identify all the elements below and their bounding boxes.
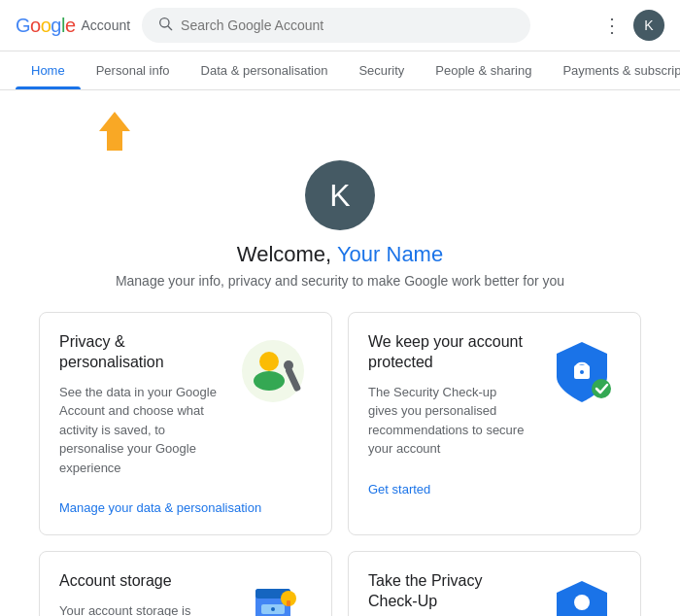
nav-item-data-personalisation[interactable]: Data & personalisation xyxy=(186,51,344,89)
nav-item-payments[interactable]: Payments & subscriptions xyxy=(547,51,680,89)
welcome-prefix: Welcome, xyxy=(237,242,337,266)
account-protected-card: We keep your account protected The Secur… xyxy=(348,312,641,535)
svg-point-3 xyxy=(242,340,304,402)
nav-item-personal-info[interactable]: Personal info xyxy=(81,51,186,89)
card-title: We keep your account protected xyxy=(368,332,527,373)
account-protected-link[interactable]: Get started xyxy=(368,482,621,496)
svg-point-5 xyxy=(254,371,285,391)
main-content: K Welcome, Your Name Manage your info, p… xyxy=(0,90,680,616)
card-content: Privacy & personalisation See the data i… xyxy=(59,332,312,493)
svg-point-16 xyxy=(271,607,275,611)
nav-item-home[interactable]: Home xyxy=(16,51,81,89)
subtitle-text: Manage your info, privacy and security t… xyxy=(116,273,564,289)
profile-avatar: K xyxy=(305,160,375,230)
privacy-personalisation-card: Privacy & personalisation See the data i… xyxy=(39,312,332,535)
search-input[interactable] xyxy=(181,17,515,33)
card-text: Take the Privacy Check-Up This step-by-s… xyxy=(368,571,543,616)
storage-icon xyxy=(234,571,312,616)
svg-point-20 xyxy=(574,595,590,610)
svg-marker-2 xyxy=(99,112,130,151)
nav-item-security[interactable]: Security xyxy=(343,51,420,89)
logo-g2: g xyxy=(51,15,61,36)
svg-rect-19 xyxy=(287,600,290,606)
card-description: Your account storage is shared across Go… xyxy=(59,601,219,616)
card-content: We keep your account protected The Secur… xyxy=(368,332,621,474)
user-avatar[interactable]: K xyxy=(633,10,664,41)
more-options-icon[interactable]: ⋮ xyxy=(598,10,626,41)
svg-point-11 xyxy=(592,379,611,398)
nav-item-people-sharing[interactable]: People & sharing xyxy=(420,51,547,89)
cards-grid: Privacy & personalisation See the data i… xyxy=(39,312,641,616)
card-content: Take the Privacy Check-Up This step-by-s… xyxy=(368,571,621,616)
security-icon xyxy=(543,332,621,410)
search-icon xyxy=(157,16,173,35)
profile-section: K Welcome, Your Name Manage your info, p… xyxy=(39,160,641,289)
svg-line-1 xyxy=(168,26,172,30)
header: Google Account ⋮ K xyxy=(0,0,680,51)
privacy-personalisation-icon xyxy=(234,332,312,410)
card-content: Account storage Your account storage is … xyxy=(59,571,312,616)
card-title: Take the Privacy Check-Up xyxy=(368,571,527,612)
logo-o2: o xyxy=(41,15,51,36)
account-storage-card: Account storage Your account storage is … xyxy=(39,551,332,616)
privacy-checkup-card: Take the Privacy Check-Up This step-by-s… xyxy=(348,551,641,616)
welcome-text: Welcome, Your Name xyxy=(237,242,443,267)
privacy-checkup-icon xyxy=(543,571,621,616)
svg-point-10 xyxy=(580,370,584,374)
svg-point-7 xyxy=(284,360,293,370)
privacy-personalisation-link[interactable]: Manage your data & personalisation xyxy=(59,500,312,515)
scroll-indicator xyxy=(39,110,641,153)
card-text: Privacy & personalisation See the data i… xyxy=(59,332,234,493)
search-bar[interactable] xyxy=(142,8,530,43)
logo-account-text: Account xyxy=(82,17,131,33)
main-nav: Home Personal info Data & personalisatio… xyxy=(0,51,680,90)
card-text: Account storage Your account storage is … xyxy=(59,571,234,616)
card-title: Privacy & personalisation xyxy=(59,332,219,373)
logo-e: e xyxy=(65,15,76,36)
card-text: We keep your account protected The Secur… xyxy=(368,332,543,474)
welcome-name: Your Name xyxy=(337,242,443,266)
card-title: Account storage xyxy=(59,571,219,592)
logo-o1: o xyxy=(30,15,41,36)
card-description: The Security Check-up gives you personal… xyxy=(368,383,527,459)
header-right: ⋮ K xyxy=(598,10,664,41)
up-arrow-indicator xyxy=(97,110,132,153)
google-logo: Google Account xyxy=(16,15,130,37)
svg-point-4 xyxy=(259,352,279,371)
card-description: See the data in your Google Account and … xyxy=(59,383,219,478)
logo-g: G xyxy=(16,15,30,36)
